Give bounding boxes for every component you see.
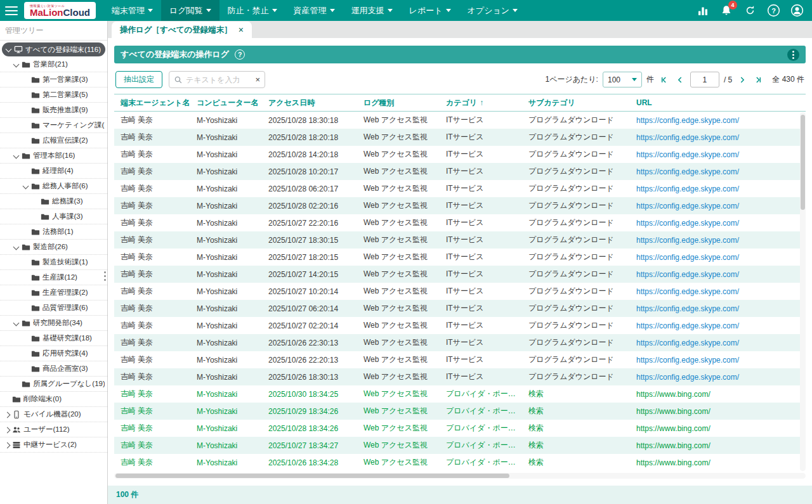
tree-chevron-icon[interactable] [22, 91, 30, 100]
tree-item[interactable]: 管理本部(16) [0, 148, 107, 164]
column-header[interactable]: カテゴリ ↑ [441, 98, 523, 108]
tree-chevron-icon[interactable] [22, 75, 30, 84]
table-row[interactable]: 吉崎 美奈 M-Yoshizaki 2025/10/27 10:20:14 We… [114, 283, 806, 300]
nav-menu-item[interactable]: 資産管理 [285, 0, 343, 21]
tree-item[interactable]: 製造技術課(1) [0, 255, 107, 270]
table-row[interactable]: 吉崎 美奈 M-Yoshizaki 2025/10/27 22:20:16 We… [114, 214, 806, 231]
tree-chevron-icon[interactable] [3, 441, 11, 449]
tree-item[interactable]: 広報宣伝課(2) [0, 133, 107, 148]
url-link[interactable]: https://config.edge.skype.com/ [636, 236, 739, 245]
tree-chevron-icon[interactable] [31, 212, 40, 221]
table-row[interactable]: 吉崎 美奈 M-Yoshizaki 2025/10/26 18:30:13 We… [114, 368, 806, 385]
url-link[interactable]: https://config.edge.skype.com/ [636, 150, 739, 159]
tree-chevron-icon[interactable] [3, 410, 11, 419]
menu-icon[interactable] [5, 6, 18, 15]
vertical-scrollbar-thumb[interactable] [801, 115, 805, 210]
table-row[interactable]: 吉崎 美奈 M-Yoshizaki 2025/10/26 18:34:28 We… [114, 454, 806, 471]
chart-button[interactable] [695, 3, 710, 18]
column-header[interactable]: サブカテゴリ [523, 98, 631, 108]
account-button[interactable] [789, 3, 804, 18]
tree-chevron-icon[interactable] [22, 167, 30, 176]
notifications-button[interactable]: 4 [719, 3, 734, 18]
table-row[interactable]: 吉崎 美奈 M-Yoshizaki 2025/10/28 18:20:18 We… [114, 129, 806, 146]
tree-item[interactable]: 生産課(12) [0, 270, 107, 285]
tree-item[interactable]: 生産管理課(2) [0, 285, 107, 300]
tree-chevron-icon[interactable] [22, 365, 30, 373]
url-link[interactable]: https://config.edge.skype.com/ [636, 373, 739, 382]
table-row[interactable]: 吉崎 美奈 M-Yoshizaki 2025/10/28 18:34:26 We… [114, 420, 806, 437]
tree-item[interactable]: モバイル機器(20) [0, 407, 107, 422]
tree-item[interactable]: 総務課(3) [0, 194, 107, 209]
tree-item[interactable]: 基礎研究課(18) [0, 331, 107, 346]
horizontal-scrollbar[interactable] [114, 473, 806, 479]
tree-item[interactable]: 所属グループなし(19) [0, 377, 107, 392]
prev-page-button[interactable] [674, 74, 686, 86]
url-link[interactable]: https://config.edge.skype.com/ [636, 184, 739, 193]
tree-chevron-icon[interactable] [22, 349, 30, 358]
table-row[interactable]: 吉崎 美奈 M-Yoshizaki 2025/10/27 18:30:15 We… [114, 231, 806, 249]
url-link[interactable]: https://www.bing.com/ [636, 424, 710, 433]
nav-menu-item[interactable]: 端末管理 [103, 0, 161, 21]
url-link[interactable]: https://config.edge.skype.com/ [636, 339, 739, 347]
tab-operation-log[interactable]: 操作ログ［すべての登録端末］ × [112, 22, 252, 38]
filter-settings-button[interactable]: 抽出設定 [115, 71, 162, 88]
url-link[interactable]: https://config.edge.skype.com/ [636, 270, 739, 279]
tree-chevron-icon[interactable] [12, 152, 21, 160]
nav-menu-item[interactable]: 防止・禁止 [219, 0, 285, 21]
url-link[interactable]: https://config.edge.skype.com/ [636, 167, 739, 176]
tree-item[interactable]: 法務部(1) [0, 224, 107, 240]
tree-chevron-icon[interactable] [12, 60, 21, 69]
tree-item[interactable]: すべての登録端末(116) [2, 42, 105, 56]
tree-chevron-icon[interactable] [22, 182, 30, 191]
url-link[interactable]: https://config.edge.skype.com/ [636, 219, 739, 228]
table-row[interactable]: 吉崎 美奈 M-Yoshizaki 2025/10/27 18:20:15 We… [114, 249, 806, 266]
tree-chevron-icon[interactable] [22, 288, 30, 297]
column-header[interactable]: コンピューター名 [192, 98, 263, 108]
sidebar-resize-handle[interactable] [104, 271, 106, 281]
tree-item[interactable]: 製造部(26) [0, 240, 107, 255]
horizontal-scrollbar-thumb[interactable] [115, 474, 509, 478]
table-row[interactable]: 吉崎 美奈 M-Yoshizaki 2025/10/29 18:34:26 We… [114, 403, 806, 420]
table-row[interactable]: 吉崎 美奈 M-Yoshizaki 2025/10/27 02:20:14 We… [114, 317, 806, 334]
tree-chevron-icon[interactable] [22, 121, 30, 130]
tree-chevron-icon[interactable] [12, 319, 21, 328]
table-row[interactable]: 吉崎 美奈 M-Yoshizaki 2025/10/28 10:20:17 We… [114, 163, 806, 180]
tree-chevron-icon[interactable] [12, 243, 21, 252]
nav-menu-item[interactable]: オプション [459, 0, 527, 21]
url-link[interactable]: https://www.bing.com/ [636, 458, 710, 467]
column-header[interactable]: ログ種別 [358, 98, 441, 108]
tree-item[interactable]: 第一営業課(3) [0, 72, 107, 87]
url-link[interactable]: https://config.edge.skype.com/ [636, 304, 739, 313]
table-row[interactable]: 吉崎 美奈 M-Yoshizaki 2025/10/28 14:20:18 We… [114, 146, 806, 163]
kebab-menu-button[interactable] [787, 49, 799, 61]
table-row[interactable]: 吉崎 美奈 M-Yoshizaki 2025/10/26 22:30:13 We… [114, 334, 806, 351]
tab-close-icon[interactable]: × [239, 25, 244, 35]
table-row[interactable]: 吉崎 美奈 M-Yoshizaki 2025/10/28 18:30:18 We… [114, 112, 806, 129]
url-link[interactable]: https://www.bing.com/ [636, 407, 710, 416]
tree-chevron-icon[interactable] [22, 106, 30, 115]
page-input[interactable] [690, 72, 719, 87]
search-input[interactable] [186, 75, 252, 84]
tree-chevron-icon[interactable] [22, 304, 30, 313]
refresh-button[interactable] [742, 3, 757, 18]
tree-item[interactable]: 販売推進課(9) [0, 103, 107, 118]
next-page-button[interactable] [737, 74, 748, 86]
tree-item[interactable]: 削除端末(0) [0, 392, 107, 407]
url-link[interactable]: https://config.edge.skype.com/ [636, 202, 739, 210]
nav-menu-item[interactable]: 運用支援 [343, 0, 401, 21]
last-page-button[interactable] [752, 74, 764, 86]
tree-item[interactable]: 第二営業課(5) [0, 87, 107, 103]
panel-help-icon[interactable]: ? [235, 49, 245, 60]
tree-item[interactable]: 総務人事部(6) [0, 179, 107, 194]
tree-chevron-icon[interactable] [3, 395, 11, 404]
tree-chevron-icon[interactable] [22, 273, 30, 282]
tree-chevron-icon[interactable] [3, 425, 11, 434]
column-header[interactable]: URL [631, 98, 806, 107]
nav-menu-item[interactable]: ログ閲覧 [161, 0, 219, 21]
vertical-scrollbar[interactable] [800, 112, 806, 471]
url-link[interactable]: https://config.edge.skype.com/ [636, 133, 739, 142]
table-row[interactable]: 吉崎 美奈 M-Yoshizaki 2025/10/28 02:20:16 We… [114, 197, 806, 214]
url-link[interactable]: https://config.edge.skype.com/ [636, 321, 739, 330]
column-header[interactable]: アクセス日時 [263, 98, 358, 108]
table-row[interactable]: 吉崎 美奈 M-Yoshizaki 2025/10/26 22:20:13 We… [114, 351, 806, 368]
